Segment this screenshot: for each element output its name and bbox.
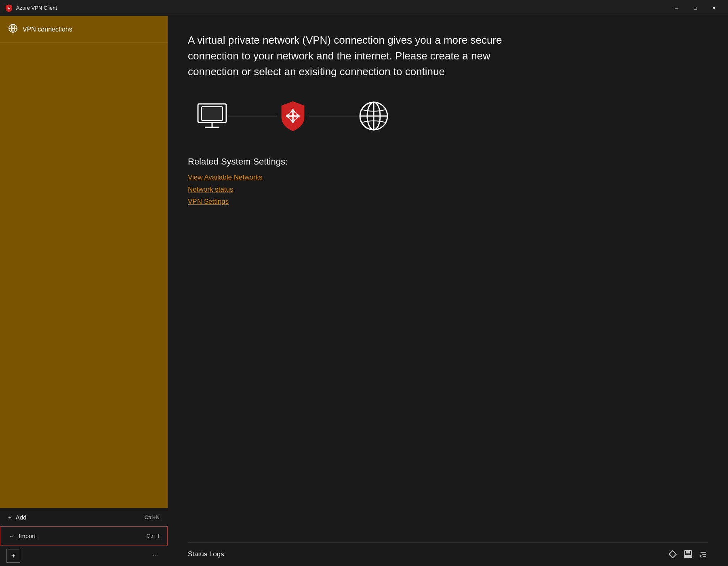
svg-rect-19 bbox=[685, 555, 691, 558]
bottom-more-button[interactable]: ··· bbox=[149, 551, 161, 561]
sidebar-footer: + Add Ctrl+N ← Import Ctrl+I + ··· bbox=[0, 508, 168, 566]
title-bar-left: ✦ Azure VPN Client bbox=[5, 4, 57, 12]
import-menu-item[interactable]: ← Import Ctrl+I bbox=[0, 526, 168, 545]
status-logs-bar: Status Logs bbox=[188, 542, 708, 566]
app-logo-icon: ✦ bbox=[5, 4, 13, 12]
minimize-button[interactable]: ─ bbox=[667, 2, 686, 15]
main-content: A virtual private network (VPN) connecti… bbox=[168, 16, 728, 566]
diagram-line-1 bbox=[228, 116, 277, 116]
view-available-networks-link[interactable]: View Available Networks bbox=[188, 173, 263, 182]
network-status-link[interactable]: Network status bbox=[188, 186, 233, 194]
add-icon: + bbox=[8, 514, 12, 521]
vpn-settings-link[interactable]: VPN Settings bbox=[188, 198, 229, 206]
connection-diagram bbox=[188, 100, 708, 132]
shield-diagram-icon bbox=[277, 100, 309, 132]
svg-text:✦: ✦ bbox=[7, 6, 11, 11]
add-label: Add bbox=[16, 514, 27, 521]
svg-marker-16 bbox=[669, 551, 676, 558]
main-layout: VPN connections + Add Ctrl+N ← Import Ct… bbox=[0, 16, 728, 566]
monitor-diagram-icon bbox=[196, 102, 228, 130]
status-logs-actions bbox=[668, 550, 708, 559]
sidebar-title: VPN connections bbox=[23, 26, 72, 33]
app-title: Azure VPN Client bbox=[16, 5, 57, 11]
svg-rect-9 bbox=[202, 107, 223, 120]
sidebar-bottom-bar: + ··· bbox=[0, 545, 168, 566]
vpn-connections-icon bbox=[8, 23, 18, 35]
add-menu-item[interactable]: + Add Ctrl+N bbox=[0, 508, 168, 526]
maximize-button[interactable]: □ bbox=[686, 2, 705, 15]
globe-diagram-icon bbox=[358, 100, 390, 132]
sidebar: VPN connections + Add Ctrl+N ← Import Ct… bbox=[0, 16, 168, 566]
add-shortcut: Ctrl+N bbox=[145, 514, 160, 520]
clear-logs-button[interactable] bbox=[668, 550, 677, 559]
import-label: Import bbox=[19, 532, 36, 539]
sidebar-content bbox=[0, 43, 168, 508]
sidebar-header: VPN connections bbox=[0, 16, 168, 43]
status-logs-title: Status Logs bbox=[188, 550, 224, 558]
welcome-description: A virtual private network (VPN) connecti… bbox=[188, 32, 503, 80]
sort-logs-button[interactable] bbox=[699, 550, 708, 559]
related-settings-title: Related System Settings: bbox=[188, 156, 708, 167]
svg-point-5 bbox=[12, 27, 14, 29]
save-logs-button[interactable] bbox=[684, 550, 692, 559]
related-settings: Related System Settings: View Available … bbox=[188, 156, 708, 210]
title-bar-controls: ─ □ ✕ bbox=[667, 2, 723, 15]
import-shortcut: Ctrl+I bbox=[147, 533, 159, 539]
svg-rect-18 bbox=[686, 551, 690, 553]
close-button[interactable]: ✕ bbox=[705, 2, 723, 15]
bottom-add-button[interactable]: + bbox=[6, 549, 20, 563]
diagram-line-2 bbox=[309, 116, 358, 116]
title-bar: ✦ Azure VPN Client ─ □ ✕ bbox=[0, 0, 728, 16]
import-icon: ← bbox=[8, 532, 15, 539]
